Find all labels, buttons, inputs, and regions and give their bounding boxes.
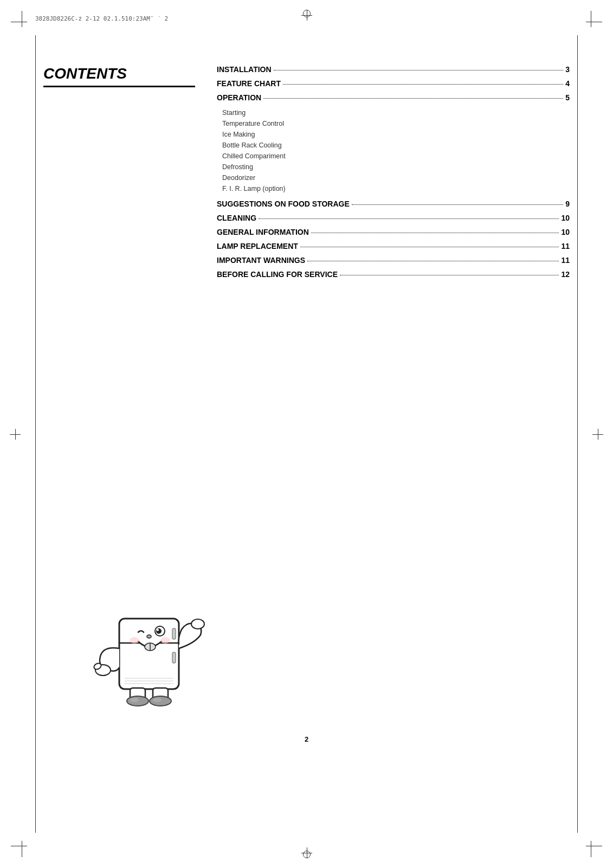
toc-general-info-page: 10 xyxy=(561,228,570,236)
two-column-layout: CONTENTS INSTALLATION 3 FEATURE CHART 4 xyxy=(43,65,570,284)
toc-lamp-replacement: LAMP REPLACEMENT 11 xyxy=(217,242,570,250)
content-area: CONTENTS INSTALLATION 3 FEATURE CHART 4 xyxy=(43,54,570,814)
svg-point-4 xyxy=(191,619,204,629)
page: 3828JD8226C-ż 2-12 02.1.510:23AM¨ ˙ 2 CO… xyxy=(0,0,613,868)
svg-point-11 xyxy=(130,637,139,644)
contents-heading: CONTENTS xyxy=(43,65,195,87)
toc-installation-title: INSTALLATION xyxy=(217,65,272,74)
svg-point-20 xyxy=(153,698,162,702)
border-right xyxy=(577,35,578,833)
toc-feature-chart-page: 4 xyxy=(565,79,570,88)
fridge-mascot-svg xyxy=(87,608,211,711)
toc-important-warnings-dots xyxy=(307,261,559,261)
crop-mark xyxy=(22,841,22,857)
registration-circle-bottom xyxy=(303,851,311,858)
toc-operation: OPERATION 5 xyxy=(217,93,570,102)
toc-suggestions: SUGGESTIONS ON FOOD STORAGE 9 xyxy=(217,200,570,208)
crop-mark xyxy=(22,11,22,27)
sub-item-ice-making: Ice Making xyxy=(222,129,570,140)
fridge-mascot-container xyxy=(87,608,238,716)
toc-suggestions-title: SUGGESTIONS ON FOOD STORAGE xyxy=(217,200,350,208)
crop-mark xyxy=(586,846,602,846)
crop-mark xyxy=(591,841,591,857)
toc-installation-page: 3 xyxy=(565,65,570,74)
svg-point-12 xyxy=(160,637,170,644)
toc-feature-chart: FEATURE CHART 4 xyxy=(217,79,570,88)
sub-item-chilled: Chilled Compariment xyxy=(222,151,570,162)
svg-point-8 xyxy=(147,635,151,638)
sub-item-fir-lamp: F. I. R. Lamp (option) xyxy=(222,183,570,194)
toc-installation: INSTALLATION 3 xyxy=(217,65,570,74)
toc-cleaning-dots xyxy=(259,218,559,219)
sub-item-temp-control: Temperature Control xyxy=(222,118,570,129)
toc-before-calling-title: BEFORE CALLING FOR SERVICE xyxy=(217,270,338,279)
toc-before-calling-page: 12 xyxy=(561,270,570,279)
toc-cleaning-title: CLEANING xyxy=(217,214,256,222)
sub-item-bottle-rack: Bottle Rack Cooling xyxy=(222,140,570,151)
toc-cleaning-page: 10 xyxy=(561,214,570,222)
col-left: CONTENTS xyxy=(43,65,195,284)
toc-lamp-replacement-dots xyxy=(300,247,559,247)
toc-important-warnings: IMPORTANT WARNINGS 11 xyxy=(217,256,570,265)
file-info: 3828JD8226C-ż 2-12 02.1.510:23AM¨ ˙ 2 xyxy=(35,15,168,22)
crop-mark xyxy=(11,22,27,22)
toc-before-calling: BEFORE CALLING FOR SERVICE 12 xyxy=(217,270,570,279)
sub-item-deodorizer: Deodorizer xyxy=(222,172,570,183)
toc-important-warnings-page: 11 xyxy=(561,256,570,265)
crop-mark xyxy=(586,22,602,22)
toc-suggestions-page: 9 xyxy=(565,200,570,208)
toc-lamp-replacement-title: LAMP REPLACEMENT xyxy=(217,242,298,250)
toc-operation-page: 5 xyxy=(565,93,570,102)
toc-important-warnings-title: IMPORTANT WARNINGS xyxy=(217,256,305,265)
crop-mark xyxy=(11,846,27,846)
toc-general-info-dots xyxy=(311,233,559,233)
svg-rect-14 xyxy=(172,652,176,663)
toc-general-info: GENERAL INFORMATION 10 xyxy=(217,228,570,236)
toc-operation-dots xyxy=(263,98,563,99)
svg-point-19 xyxy=(130,698,139,702)
toc-feature-chart-dots xyxy=(283,84,563,85)
sub-item-defrosting: Defrosting xyxy=(222,162,570,172)
crop-mark xyxy=(591,11,591,27)
toc-operation-title: OPERATION xyxy=(217,93,261,102)
registration-circle-top xyxy=(303,10,311,17)
toc-before-calling-dots xyxy=(340,275,559,275)
svg-point-7 xyxy=(157,629,159,631)
sub-item-starting: Starting xyxy=(222,107,570,118)
border-left xyxy=(35,35,36,833)
toc-installation-dots xyxy=(274,70,564,70)
toc-cleaning: CLEANING 10 xyxy=(217,214,570,222)
toc-feature-chart-title: FEATURE CHART xyxy=(217,79,281,88)
page-number: 2 xyxy=(305,735,308,743)
toc-suggestions-dots xyxy=(352,204,563,205)
toc-operation-sub-items: Starting Temperature Control Ice Making … xyxy=(222,107,570,194)
toc-list: INSTALLATION 3 FEATURE CHART 4 OPERATION… xyxy=(217,65,570,284)
svg-rect-13 xyxy=(172,628,176,639)
toc-general-info-title: GENERAL INFORMATION xyxy=(217,228,309,236)
toc-lamp-replacement-page: 11 xyxy=(561,242,570,250)
svg-point-6 xyxy=(156,628,162,634)
